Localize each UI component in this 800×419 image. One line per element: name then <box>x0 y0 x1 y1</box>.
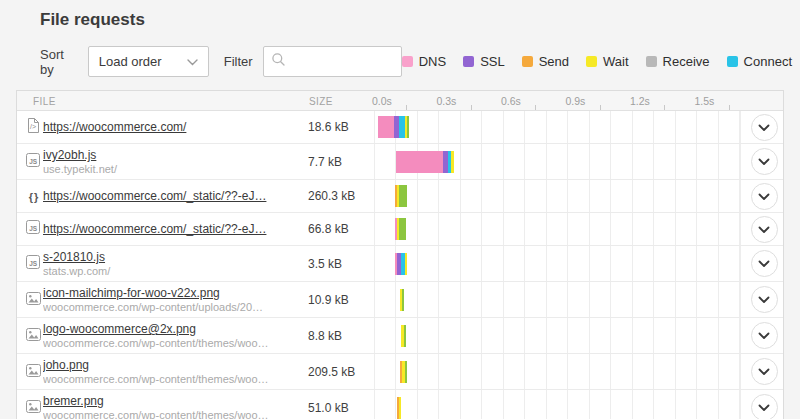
request-rows: /> https://woocommerce.com/ 18.6 kB JS i… <box>17 111 783 419</box>
file-size: 3.5 kB <box>300 246 368 281</box>
axis-tick-label: 0.0s <box>372 95 392 107</box>
file-domain: woocommerce.com/wp-content/themes/woo… <box>43 409 290 419</box>
expand-row-button[interactable] <box>751 250 778 277</box>
waterfall-cell <box>368 213 745 245</box>
file-link[interactable]: ivy2obh.js <box>43 148 290 162</box>
filter-search-box <box>263 46 402 77</box>
file-request-row: { } https://woocommerce.com/_static/??-e… <box>17 180 783 213</box>
expand-row-button[interactable] <box>751 394 778 419</box>
file-request-row: joho.png woocommerce.com/wp-content/them… <box>17 354 783 390</box>
css-braces-icon: { } <box>29 187 38 205</box>
file-link[interactable]: s-201810.js <box>43 250 290 264</box>
svg-text:/>: /> <box>30 123 36 130</box>
file-link[interactable]: joho.png <box>43 358 290 372</box>
axis-tick-mark <box>535 105 536 110</box>
filter-input[interactable] <box>290 54 394 69</box>
file-column-header: FILE <box>33 96 56 107</box>
table-header: FILE SIZE 0.0s0.3s0.6s0.9s1.2s1.5s <box>17 91 783 111</box>
expand-row-button[interactable] <box>751 148 778 175</box>
waterfall-bar <box>396 151 454 173</box>
file-size: 209.5 kB <box>300 354 368 389</box>
image-file-icon <box>26 327 41 345</box>
expand-row-button[interactable] <box>751 114 778 141</box>
waterfall-segment-dns <box>396 151 443 173</box>
legend-swatch <box>586 56 597 67</box>
file-domain: woocommerce.com/wp-content/themes/woo… <box>43 337 290 349</box>
filter-label: Filter <box>224 54 253 69</box>
file-link[interactable]: https://woocommerce.com/_static/??-eJ… <box>43 222 290 236</box>
waterfall-cell <box>368 144 745 179</box>
legend-label: Wait <box>603 54 629 69</box>
waterfall-bar <box>400 289 404 311</box>
search-icon <box>271 52 286 71</box>
file-link[interactable]: icon-mailchimp-for-woo-v22x.png <box>43 286 290 300</box>
file-size: 18.6 kB <box>300 111 368 143</box>
legend-label: Connect <box>744 54 792 69</box>
waterfall-segment-wait <box>405 253 407 275</box>
waterfall-bar <box>397 397 401 419</box>
axis-tick-mark <box>664 105 665 110</box>
file-link[interactable]: bremer.png <box>43 394 290 408</box>
legend-item: Receive <box>646 54 710 69</box>
waterfall-bar <box>395 185 407 207</box>
legend-label: SSL <box>480 54 505 69</box>
axis-tick-label: 0.6s <box>501 95 521 107</box>
waterfall-cell <box>368 318 745 353</box>
legend-label: DNS <box>419 54 446 69</box>
js-file-icon: JS <box>26 220 40 238</box>
axis-tick-mark <box>729 105 730 110</box>
axis-tick-label: 0.9s <box>566 95 586 107</box>
js-file-icon: JS <box>26 255 40 273</box>
file-domain: stats.wp.com/ <box>43 265 290 277</box>
waterfall-bar <box>400 361 407 383</box>
svg-text:JS: JS <box>29 260 38 267</box>
expand-row-button[interactable] <box>751 358 778 385</box>
timing-legend: DNS SSL Send Wait Receive Connect <box>402 54 792 69</box>
chevron-down-icon <box>758 120 770 135</box>
file-request-row: logo-woocommerce@2x.png woocommerce.com/… <box>17 318 783 354</box>
svg-text:JS: JS <box>29 158 38 165</box>
image-file-icon <box>26 363 41 381</box>
legend-item: SSL <box>463 54 505 69</box>
chevron-down-icon <box>758 328 770 343</box>
image-file-icon <box>26 399 41 417</box>
expand-row-button[interactable] <box>751 286 778 313</box>
file-request-row: JS s-201810.js stats.wp.com/ 3.5 kB <box>17 246 783 282</box>
file-size: 51.0 kB <box>300 390 368 419</box>
file-size: 7.7 kB <box>300 144 368 179</box>
js-file-icon: JS <box>26 153 40 171</box>
image-file-icon <box>26 291 41 309</box>
file-link[interactable]: https://woocommerce.com/ <box>43 120 290 134</box>
file-request-row: JS ivy2obh.js use.typekit.net/ 7.7 kB <box>17 144 783 180</box>
file-request-row: /> https://woocommerce.com/ 18.6 kB <box>17 111 783 144</box>
legend-swatch <box>463 56 474 67</box>
waterfall-segment-wait <box>451 151 454 173</box>
file-requests-table: FILE SIZE 0.0s0.3s0.6s0.9s1.2s1.5s /> ht… <box>16 90 784 419</box>
axis-tick-mark <box>471 105 472 110</box>
expand-row-button[interactable] <box>751 322 778 349</box>
controls-bar: Sort by Load order Filter DNS SSL Send W… <box>40 46 788 77</box>
file-size: 260.3 kB <box>300 180 368 212</box>
chevron-down-icon <box>758 400 770 415</box>
waterfall-segment-receive <box>404 325 406 347</box>
sort-by-label: Sort by <box>40 47 77 77</box>
chevron-down-icon <box>758 189 770 204</box>
legend-swatch <box>727 56 738 67</box>
expand-row-button[interactable] <box>751 216 778 243</box>
file-link[interactable]: logo-woocommerce@2x.png <box>43 322 290 336</box>
legend-item: Wait <box>586 54 629 69</box>
axis-tick-label: 1.2s <box>630 95 650 107</box>
axis-tick-mark <box>600 105 601 110</box>
file-size: 8.8 kB <box>300 318 368 353</box>
axis-tick-label: 0.3s <box>437 95 457 107</box>
file-domain: use.typekit.net/ <box>43 163 290 175</box>
waterfall-segment-receive <box>399 218 406 240</box>
waterfall-segment-receive <box>405 361 407 383</box>
page-title: File requests <box>40 10 145 30</box>
file-link[interactable]: https://woocommerce.com/_static/??-eJ… <box>43 189 290 203</box>
chevron-down-icon <box>758 292 770 307</box>
chevron-down-icon <box>758 154 770 169</box>
expand-row-button[interactable] <box>751 183 778 210</box>
legend-item: Send <box>522 54 569 69</box>
sort-dropdown[interactable]: Load order <box>88 46 209 77</box>
